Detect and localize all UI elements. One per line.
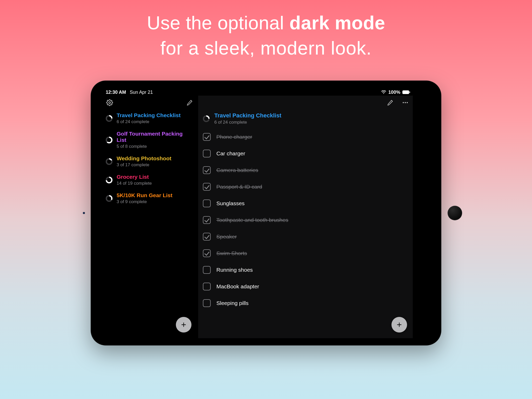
checklist-item[interactable]: Sunglasses: [198, 195, 413, 212]
checklist-item-label: Running shoes: [216, 267, 253, 273]
checklist-item[interactable]: Toothpaste and tooth brushes: [198, 212, 413, 228]
checkbox[interactable]: [203, 249, 211, 257]
checklist-item[interactable]: Phone charger: [198, 129, 413, 145]
more-icon[interactable]: [401, 99, 409, 107]
sidebar-list-title: 5K/10K Run Gear List: [117, 192, 172, 198]
sidebar-list-item[interactable]: Golf Tournament Packing List5 of 8 compl…: [103, 128, 197, 152]
checklist-item-label: Phone charger: [216, 134, 252, 140]
status-battery-text: 100%: [388, 90, 400, 95]
tablet-frame: 12:30 AM Sun Apr 21 100%: [91, 81, 441, 345]
status-bar: 12:30 AM Sun Apr 21 100%: [103, 88, 413, 96]
svg-rect-1: [409, 91, 410, 93]
sidebar-list-title: Wedding Photoshoot: [117, 155, 171, 162]
status-time: 12:30 AM: [106, 90, 126, 95]
checklist-item[interactable]: Running shoes: [198, 262, 413, 278]
headline-line2: for a sleek, modern look.: [0, 36, 532, 61]
sidebar: Travel Packing Checklist6 of 24 complete…: [103, 96, 197, 338]
sidebar-list-item[interactable]: Grocery List14 of 19 complete: [103, 171, 197, 189]
main-panel: Travel Packing Checklist 6 of 24 complet…: [198, 96, 413, 338]
status-date: Sun Apr 21: [130, 90, 153, 95]
checklist-item[interactable]: Camera batteries: [198, 162, 413, 178]
checkbox[interactable]: [203, 299, 211, 307]
checkbox[interactable]: [203, 150, 211, 157]
checklist-item[interactable]: Speaker: [198, 228, 413, 245]
headline-prefix: Use the optional: [147, 12, 289, 33]
svg-point-2: [109, 102, 111, 104]
checklist-item[interactable]: Passport & ID card: [198, 178, 413, 195]
device-camera: [83, 212, 85, 214]
checklist-item[interactable]: Car charger: [198, 145, 413, 162]
checkbox[interactable]: [203, 216, 211, 224]
checkbox[interactable]: [203, 283, 211, 290]
checklist-item-label: Sleeping pills: [216, 300, 249, 306]
checklist-item-label: Toothpaste and tooth brushes: [216, 217, 288, 223]
battery-icon: [402, 90, 410, 94]
checklist-item-label: Sunglasses: [216, 200, 245, 207]
sidebar-list-item[interactable]: Travel Packing Checklist6 of 24 complete: [103, 109, 197, 128]
svg-rect-0: [403, 91, 409, 94]
pencil-icon[interactable]: [186, 99, 194, 107]
checkbox[interactable]: [203, 233, 211, 241]
checklist-items: Phone chargerCar chargerCamera batteries…: [198, 128, 413, 332]
detail-subtitle: 6 of 24 complete: [214, 120, 281, 125]
sidebar-toolbar: [103, 96, 197, 109]
add-item-button[interactable]: [391, 317, 407, 332]
pencil-icon[interactable]: [386, 99, 394, 107]
checkbox[interactable]: [203, 166, 211, 174]
gear-icon[interactable]: [106, 99, 114, 107]
checklist-item[interactable]: Sleeping pills: [198, 295, 413, 311]
checklist-item-label: Car charger: [216, 150, 245, 157]
checkbox[interactable]: [203, 133, 211, 141]
progress-donut-icon: [106, 195, 112, 202]
sidebar-list-subtitle: 3 of 17 complete: [117, 162, 171, 168]
device-home-button[interactable]: [448, 206, 462, 220]
checkbox[interactable]: [203, 200, 211, 207]
checklist-item-label: MacBook adapter: [216, 283, 259, 290]
detail-header: Travel Packing Checklist 6 of 24 complet…: [198, 109, 413, 128]
svg-point-4: [405, 102, 406, 103]
progress-donut-icon: [106, 158, 112, 165]
sidebar-list-title: Travel Packing Checklist: [117, 112, 181, 118]
progress-donut-icon: [106, 177, 112, 183]
checklist-item-label: Swim Shorts: [216, 250, 247, 256]
progress-donut-icon: [203, 115, 210, 122]
checkbox[interactable]: [203, 266, 211, 274]
checklist-item[interactable]: Swim Shorts: [198, 245, 413, 262]
wifi-icon: [381, 90, 386, 94]
tablet-screen: 12:30 AM Sun Apr 21 100%: [103, 88, 413, 338]
sidebar-list-title: Grocery List: [117, 174, 152, 180]
sidebar-list-title: Golf Tournament Packing List: [117, 131, 194, 143]
checklist-item-label: Camera batteries: [216, 167, 258, 173]
progress-donut-icon: [106, 115, 112, 122]
sidebar-list-subtitle: 5 of 8 complete: [117, 144, 194, 149]
detail-title: Travel Packing Checklist: [214, 112, 281, 119]
checklist-item-label: Speaker: [216, 234, 237, 240]
sidebar-list-subtitle: 14 of 19 complete: [117, 181, 152, 186]
checklist-item[interactable]: MacBook adapter: [198, 278, 413, 295]
checkbox[interactable]: [203, 183, 211, 191]
svg-point-3: [403, 102, 404, 103]
sidebar-list-subtitle: 3 of 9 complete: [117, 199, 172, 204]
sidebar-list-item[interactable]: Wedding Photoshoot3 of 17 complete: [103, 152, 197, 171]
main-toolbar: [198, 96, 413, 109]
marketing-headline: Use the optional dark mode for a sleek, …: [0, 0, 532, 61]
sidebar-lists: Travel Packing Checklist6 of 24 complete…: [103, 109, 197, 208]
progress-donut-icon: [106, 137, 112, 143]
add-list-button[interactable]: [176, 317, 191, 332]
headline-bold: dark mode: [289, 12, 385, 33]
sidebar-list-subtitle: 6 of 24 complete: [117, 119, 181, 124]
checklist-item-label: Passport & ID card: [216, 184, 262, 190]
sidebar-list-item[interactable]: 5K/10K Run Gear List3 of 9 complete: [103, 189, 197, 208]
svg-point-5: [407, 102, 408, 103]
